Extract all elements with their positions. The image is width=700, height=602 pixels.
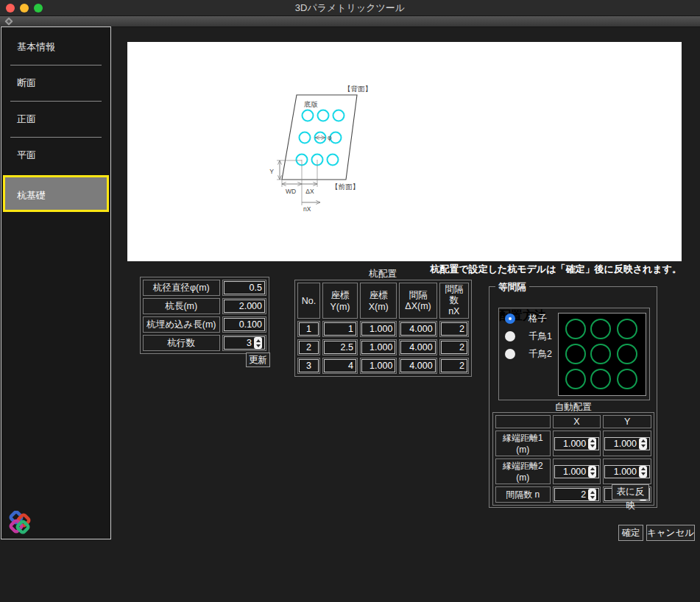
- stepper-icon[interactable]: [588, 489, 596, 500]
- edge-dist2-label: 縁端距離2 (m): [495, 458, 551, 484]
- row3-x-input[interactable]: 1.000: [361, 359, 395, 372]
- row1-x-input[interactable]: 1.000: [361, 322, 395, 336]
- row3-nx-input[interactable]: 2: [441, 359, 467, 372]
- cancel-button[interactable]: キャンセル: [646, 525, 695, 541]
- pile-layout-canvas: 底版 【背面】 【前面】 φ Y WD ΔX: [127, 42, 682, 261]
- row1-no: 1: [299, 322, 319, 336]
- pile-table-title: 杭配置: [294, 268, 471, 280]
- phi-label: φ: [328, 134, 332, 141]
- toolbar: [0, 16, 700, 27]
- row2-no: 2: [299, 341, 319, 354]
- interval-count-x-stepper[interactable]: 2: [554, 488, 600, 501]
- app-logo-icon: [7, 511, 32, 536]
- stepper-icon[interactable]: [639, 466, 647, 478]
- interval-count-label: 間隔数 n: [495, 486, 551, 503]
- wd-dim-label: WD: [286, 188, 296, 195]
- sidebar-item-pile-foundation[interactable]: 杭基礎: [3, 175, 109, 212]
- row1-dx-input[interactable]: 4.000: [400, 322, 435, 336]
- table-row: 3 4 1.000 4.000 2: [297, 358, 469, 374]
- col-header-x: X: [553, 415, 601, 428]
- stepper-icon[interactable]: [588, 438, 596, 450]
- col-header-y: 座標 Y(m): [322, 283, 358, 319]
- equal-spacing-group: 等間隔 配置方法 格子 千鳥1 千鳥2: [489, 286, 657, 508]
- edge-dist1-label: 縁端距離1 (m): [495, 431, 551, 456]
- equal-spacing-title: 等間隔: [495, 281, 529, 294]
- update-button[interactable]: 更新: [246, 353, 270, 367]
- row1-y-input[interactable]: 1: [324, 322, 356, 336]
- pile-length-input[interactable]: 2.000: [224, 300, 265, 313]
- row2-y-input[interactable]: 2.5: [324, 341, 356, 354]
- row3-no: 3: [299, 359, 319, 372]
- row2-dx-input[interactable]: 4.000: [400, 341, 435, 354]
- edge-dist2-x-stepper[interactable]: 1.000: [554, 465, 600, 478]
- pile-length-label: 杭長(m): [143, 298, 220, 314]
- radio-label: 格子: [528, 313, 547, 325]
- nx-dim-label: nX: [303, 205, 311, 213]
- pile-params-form: 杭径直径φ(m) 0.5 杭長(m) 2.000 杭埋め込み長(m) 0.100…: [140, 277, 269, 354]
- radio-option-staggered2[interactable]: 千鳥2: [505, 348, 552, 360]
- sidebar-item-basic-info[interactable]: 基本情報: [1, 38, 110, 57]
- stepper-icon[interactable]: [588, 466, 596, 478]
- col-header-no: No.: [297, 283, 320, 319]
- radio-option-grid[interactable]: 格子: [505, 313, 547, 325]
- empty-header: [495, 415, 551, 428]
- col-header-nx: 間隔数 nX: [439, 283, 469, 319]
- sidebar-divider: [10, 137, 102, 138]
- row3-dx-input[interactable]: 4.000: [400, 359, 435, 372]
- row2-nx-input[interactable]: 2: [441, 341, 467, 354]
- stepper-icon[interactable]: [254, 337, 262, 349]
- radio-icon[interactable]: [505, 314, 515, 324]
- sidebar-item-front[interactable]: 正面: [1, 110, 110, 129]
- radio-label: 千鳥2: [528, 348, 552, 361]
- pile-placement-table: No. 座標 Y(m) 座標 X(m) 間隔 ΔX(m) 間隔数 nX 1 1 …: [294, 280, 472, 377]
- apply-to-table-button[interactable]: 表に反映: [612, 484, 649, 500]
- sidebar-divider: [10, 65, 102, 65]
- app-window: 3Dパラメトリックツール 基本情報 断面 正面 平面 杭基礎: [0, 0, 700, 602]
- back-face-label: 【背面】: [344, 85, 372, 93]
- title-bar: 3Dパラメトリックツール: [0, 0, 700, 16]
- stepper-icon[interactable]: [639, 438, 647, 450]
- radio-icon[interactable]: [505, 331, 515, 341]
- table-row: 縁端距離2 (m) 1.000 1.000: [495, 458, 651, 484]
- pile-row-count-label: 杭行数: [143, 335, 220, 351]
- table-row: 2 2.5 1.000 4.000 2: [297, 339, 469, 355]
- edge-dist1-x-stepper[interactable]: 1.000: [554, 437, 600, 450]
- table-row: 1 1 1.000 4.000 2: [297, 321, 469, 337]
- layout-preview: [558, 313, 646, 396]
- col-header-x: 座標 X(m): [360, 283, 397, 319]
- confirm-button[interactable]: 確定: [618, 525, 643, 541]
- diamond-icon[interactable]: [4, 17, 13, 25]
- sidebar-item-section[interactable]: 断面: [1, 74, 110, 93]
- pile-embed-length-label: 杭埋め込み長(m): [143, 316, 220, 333]
- radio-option-staggered1[interactable]: 千鳥1: [505, 330, 552, 342]
- pile-row-count-stepper[interactable]: 3: [224, 336, 265, 350]
- col-header-y: Y: [603, 415, 651, 428]
- pile-diameter-input[interactable]: 0.5: [224, 281, 265, 294]
- pile-layout-diagram: 底版 【背面】 【前面】 φ Y WD ΔX: [127, 42, 682, 261]
- radio-icon[interactable]: [505, 349, 515, 359]
- sidebar-item-plan[interactable]: 平面: [1, 146, 110, 165]
- col-header-dx: 間隔 ΔX(m): [399, 283, 436, 319]
- sidebar-divider: [10, 101, 102, 102]
- table-row: 縁端距離1 (m) 1.000 1.000: [495, 431, 651, 456]
- window-title: 3Dパラメトリックツール: [0, 0, 700, 16]
- placement-method-group: 配置方法 格子 千鳥1 千鳥2: [498, 308, 650, 400]
- front-face-label: 【前面】: [331, 183, 359, 191]
- pile-diameter-label: 杭径直径φ(m): [143, 280, 220, 296]
- radio-label: 千鳥1: [528, 330, 552, 343]
- pile-embed-length-input[interactable]: 0.100: [224, 318, 265, 331]
- dx-dim-label: ΔX: [305, 188, 314, 195]
- row1-nx-input[interactable]: 2: [441, 322, 467, 336]
- edge-dist2-y-stepper[interactable]: 1.000: [604, 465, 650, 478]
- sidebar: 基本情報 断面 正面 平面 杭基礎: [1, 26, 111, 539]
- y-dim-label: Y: [269, 168, 274, 175]
- row3-y-input[interactable]: 4: [324, 359, 356, 372]
- slab-outline: [282, 95, 357, 180]
- slab-label: 底版: [304, 100, 319, 108]
- row2-x-input[interactable]: 1.000: [361, 341, 395, 354]
- layout-preview-circles: [559, 314, 646, 395]
- edge-dist1-y-stepper[interactable]: 1.000: [604, 437, 650, 450]
